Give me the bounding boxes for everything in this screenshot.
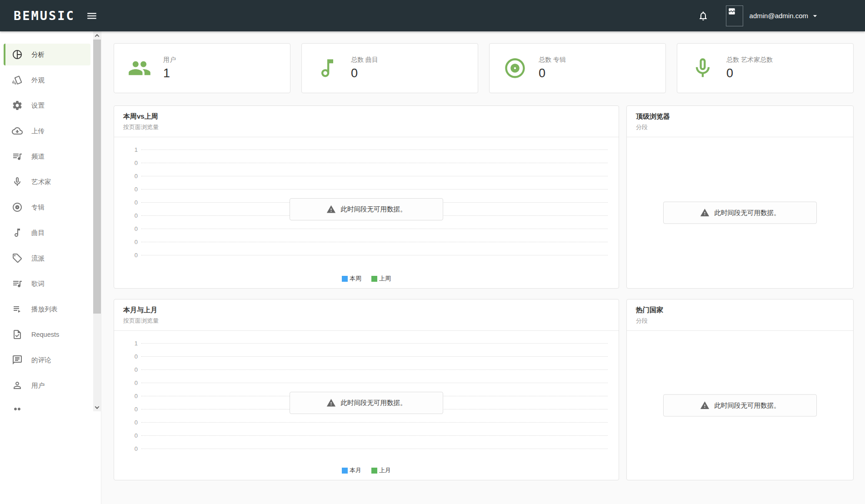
- stat-card: 总数 曲目0: [301, 43, 478, 93]
- stat-value: 0: [539, 66, 566, 80]
- avatar[interactable]: [726, 5, 743, 26]
- sidebar-item-label: Requests: [31, 331, 59, 338]
- gear-icon: [12, 100, 23, 111]
- y-axis-tick: 0: [122, 238, 138, 245]
- empty-state: 此时间段无可用数据。: [663, 394, 817, 417]
- stat-label: 总数 专辑: [539, 56, 566, 64]
- scrollbar-track[interactable]: [93, 40, 101, 403]
- sidebar-item-频道[interactable]: 频道: [4, 145, 90, 167]
- hamburger-menu-icon[interactable]: [86, 10, 99, 22]
- panel-title: 热门国家: [636, 306, 844, 314]
- sidebar-scrollbar[interactable]: [93, 31, 101, 411]
- legend-swatch: [371, 276, 377, 282]
- sidebar-item-label: 歌词: [31, 279, 45, 288]
- sidebar-item-曲目[interactable]: 曲目: [4, 222, 90, 244]
- queue-music-icon: [12, 151, 23, 162]
- y-axis-tick: 0: [122, 353, 138, 359]
- legend-item: 本周: [342, 274, 361, 283]
- account-menu[interactable]: admin@admin.com: [743, 11, 820, 20]
- y-axis-tick: 0: [122, 212, 138, 219]
- bell-icon: [698, 10, 709, 21]
- y-axis-tick: 0: [122, 445, 138, 452]
- scrollbar-down-button[interactable]: [93, 403, 101, 411]
- legend-item: 上周: [371, 274, 391, 283]
- chart-area: 100000000 此时间段无可用数据。 本月上月: [114, 331, 619, 480]
- tag-icon: [12, 253, 23, 264]
- gridline: [141, 383, 608, 383]
- sidebar-item-分析[interactable]: 分析: [4, 44, 90, 65]
- gridline: [141, 369, 608, 370]
- warning-icon: [700, 401, 710, 410]
- sidebar-item-专辑[interactable]: 专辑: [4, 196, 90, 218]
- sidebar-item-partial[interactable]: [4, 400, 90, 411]
- pie-chart-icon: [12, 49, 23, 60]
- stat-label: 总数 曲目: [351, 56, 378, 64]
- comment-icon: [12, 354, 23, 365]
- music-note-icon: [315, 56, 339, 80]
- sidebar-item-外观[interactable]: 外观: [4, 69, 90, 91]
- panel-top-countries: 热门国家 分段 此时间段无可用数据。: [626, 299, 854, 480]
- gridline: [141, 422, 608, 423]
- legend-swatch: [342, 468, 348, 474]
- stat-value: 0: [351, 66, 378, 80]
- legend-item: 上月: [371, 466, 391, 474]
- warning-icon: [326, 205, 336, 214]
- chart-row: 0: [122, 248, 608, 261]
- people-icon: [12, 405, 23, 411]
- active-indicator: [4, 44, 5, 65]
- legend-label: 本月: [350, 466, 361, 474]
- y-axis-tick: 0: [122, 172, 138, 179]
- sidebar-item-的评论[interactable]: 的评论: [4, 349, 90, 371]
- chart-row: 0: [122, 415, 608, 429]
- bell-icon[interactable]: [698, 10, 709, 21]
- people-icon: [128, 56, 151, 80]
- panel-header: 本月与上月 按页面浏览量: [114, 299, 619, 331]
- playlist-icon: [12, 304, 23, 314]
- gridline: [141, 255, 608, 255]
- warning-icon: [700, 208, 710, 218]
- chart-row: 0: [122, 429, 608, 442]
- stat-value: 1: [163, 66, 176, 80]
- chart-row: 0: [122, 376, 608, 389]
- sidebar-item-label: 上传: [31, 127, 45, 135]
- y-axis-tick: 0: [122, 159, 138, 166]
- y-axis-tick: 1: [122, 146, 138, 153]
- stats-row: 用户1总数 曲目0总数 专辑0总数 艺术家总数0: [114, 43, 854, 93]
- sidebar-item-流派[interactable]: 流派: [4, 247, 90, 269]
- scrollbar-thumb[interactable]: [93, 40, 101, 314]
- sidebar-item-用户[interactable]: 用户: [4, 374, 90, 396]
- sidebar-item-上传[interactable]: 上传: [4, 120, 90, 142]
- panel-month-vs-lastmonth: 本月与上月 按页面浏览量 100000000 此时间段无可用数据。 本月上月: [114, 299, 619, 480]
- legend-label: 上月: [379, 466, 391, 474]
- gridline: [141, 150, 608, 150]
- sidebar-item-label: 的评论: [31, 356, 51, 364]
- stat-label: 总数 艺术家总数: [726, 56, 773, 64]
- main-content: 用户1总数 曲目0总数 专辑0总数 艺术家总数0 本周vs上周 按页面浏览量 1…: [101, 31, 865, 504]
- stat-card: 总数 艺术家总数0: [677, 43, 854, 93]
- y-axis-tick: 1: [122, 339, 138, 346]
- stat-card: 总数 专辑0: [489, 43, 666, 93]
- panel-header: 本周vs上周 按页面浏览量: [114, 106, 619, 137]
- chevron-up-icon: [95, 34, 100, 38]
- scrollbar-up-button[interactable]: [93, 31, 101, 40]
- music-note-icon: [12, 227, 23, 238]
- sidebar-item-label: 曲目: [31, 229, 45, 237]
- chart-row: 0: [122, 182, 608, 195]
- sidebar-item-label: 艺术家: [31, 178, 51, 186]
- sidebar-item-label: 流派: [31, 254, 45, 263]
- chart-row: 0: [122, 349, 608, 363]
- sidebar-item-歌词[interactable]: 歌词: [4, 273, 90, 294]
- sidebar-item-设置[interactable]: 设置: [4, 95, 90, 116]
- warning-icon: [326, 398, 336, 408]
- chevron-down-icon: [95, 404, 100, 409]
- caret-down-icon: [810, 11, 820, 20]
- sidebar-item-播放列表[interactable]: 播放列表: [4, 298, 90, 320]
- legend-swatch: [342, 276, 348, 282]
- chart-area: 此时间段无可用数据。: [627, 137, 853, 288]
- y-axis-tick: 0: [122, 432, 138, 439]
- warning-icon: [700, 208, 710, 218]
- sidebar-item-Requests[interactable]: Requests: [4, 324, 90, 345]
- sidebar-item-艺术家[interactable]: 艺术家: [4, 171, 90, 193]
- panel-subtitle: 分段: [636, 317, 844, 325]
- sidebar-item-label: 用户: [31, 381, 45, 390]
